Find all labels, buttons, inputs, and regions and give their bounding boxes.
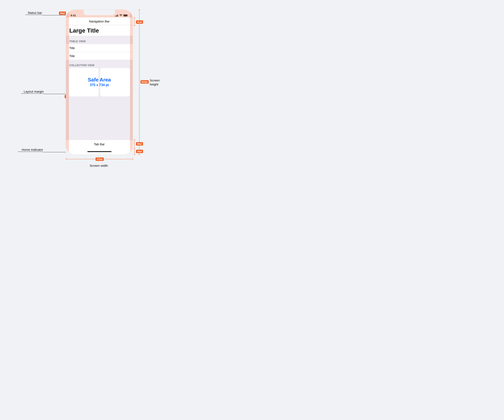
dim-nav-bar: 44pt [136,20,143,24]
svg-rect-1 [116,15,117,17]
notch [84,10,115,15]
leader-status-bar [42,15,66,15]
leader-layout-margin [44,94,66,94]
svg-rect-3 [118,14,118,17]
status-bar-time: 9:41 [71,14,76,18]
svg-rect-5 [124,15,127,16]
dim-tick-tabbar-top [133,140,135,140]
dim-tick-homeind-bot [133,155,135,155]
content-area: TABLE VIEW Title Title COLLECTION VIEW [66,36,133,140]
label-screen-height: Screen height [150,78,160,86]
cellular-icon [115,14,119,17]
table-row-title: Title [69,46,75,50]
tab-bar-title: Tab Bar [94,142,105,146]
dim-status-bar: 44pt [59,12,66,15]
svg-rect-2 [117,15,117,17]
label-layout-margin: Layout margin [21,90,44,94]
battery-icon [123,14,128,17]
dim-line-navbar [134,18,135,25]
safe-area-dims: 375 x 734 pt [88,83,111,87]
label-screen-width: Screen width [90,164,108,168]
table-row[interactable]: Title [66,52,133,60]
dim-screen-width: 375pt [96,157,104,161]
dim-tick-navbar-bot [133,25,135,26]
large-title-bar: Large Title [66,25,133,36]
dim-tick-sw-left [66,158,66,160]
dim-screen-height: 812pt [140,80,149,84]
label-status-bar: Status bar [25,11,42,15]
phone-frame: Safe Area 375 x 734 pt 9:41 Navigation B… [66,10,133,155]
dim-line-tabbar [134,140,135,149]
safe-area-title: Safe Area [88,77,111,83]
wifi-icon [119,14,122,17]
svg-rect-6 [128,15,128,16]
dim-tick-sh-bot [138,155,140,155]
label-home-indicator: Home Indicator [18,148,43,152]
home-indicator[interactable] [87,151,112,152]
dim-tab-bar: 49pt [136,142,143,145]
dim-home-indicator: 34pt [136,150,143,153]
dim-tick-sh-top [138,10,140,10]
collection-view-header: COLLECTION VIEW [66,60,133,68]
table-row-title: Title [69,54,75,58]
tab-bar: Tab Bar [66,140,133,149]
navigation-bar: Navigation Bar [66,18,133,25]
safe-area-label: Safe Area 375 x 734 pt [88,77,111,87]
large-title-text: Large Title [69,27,99,34]
home-indicator-area [66,149,133,155]
dim-line-screen-height [139,10,139,155]
navigation-bar-title: Navigation Bar [89,19,110,23]
svg-rect-0 [115,16,116,17]
table-view-header: TABLE VIEW [66,36,133,44]
table-row[interactable]: Title [66,44,133,52]
dim-line-homeind [134,149,135,155]
dim-tick-sw-right [133,158,133,160]
